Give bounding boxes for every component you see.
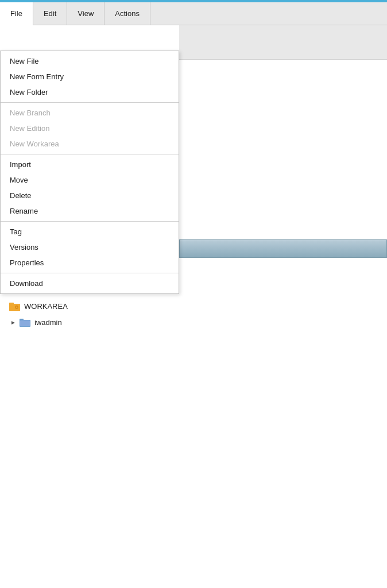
content-bar [179,239,387,258]
tree-panel: New File New Form Entry New Folder New B… [0,25,387,588]
menu-group-branch: New Branch New Edition New Workarea [1,103,179,154]
menu-item-versions[interactable]: Versions [1,239,179,255]
menu-group-file-ops: Import Move Delete Rename [1,154,179,222]
file-dropdown-menu: New File New Form Entry New Folder New B… [0,51,179,294]
menu-item-new-folder[interactable]: New Folder [1,84,179,100]
menu-item-new-file[interactable]: New File [1,53,179,69]
workarea-icon [9,300,21,312]
svg-point-3 [16,307,18,308]
menu-group-meta: Tag Versions Properties [1,222,179,273]
tree-item-workarea[interactable]: WORKAREA [0,298,77,314]
svg-rect-1 [9,303,14,305]
folder-blue-icon [20,316,31,328]
menu-item-delete[interactable]: Delete [1,188,179,203]
menu-item-new-form-entry[interactable]: New Form Entry [1,69,179,84]
menu-item-new-workarea: New Workarea [1,136,179,152]
tab-actions-label: Actions [115,9,140,18]
menu-item-properties[interactable]: Properties [1,255,179,270]
expand-arrow-icon[interactable]: ► [9,318,17,326]
menu-item-tag[interactable]: Tag [1,224,179,239]
menu-item-rename[interactable]: Rename [1,203,179,219]
menu-item-download[interactable]: Download [1,276,179,291]
tree-workarea-label: WORKAREA [24,302,68,311]
tab-view[interactable]: View [67,2,105,25]
content-header [179,25,387,60]
menu-group-new: New File New Form Entry New Folder [1,51,179,103]
tab-edit-label: Edit [44,9,56,18]
menu-group-download: Download [1,273,179,293]
svg-rect-6 [20,320,30,326]
tree-container: WORKAREA ► iwadmin [0,292,77,336]
tree-iwadmin-label: iwadmin [34,318,62,327]
tab-view-label: View [78,9,94,18]
menu-item-move[interactable]: Move [1,172,179,188]
menu-bar: File Edit View Actions [0,2,387,25]
menu-item-import[interactable]: Import [1,157,179,172]
main-content: New File New Form Entry New Folder New B… [0,25,387,588]
menu-item-new-edition: New Edition [1,121,179,136]
tab-file-label: File [10,9,22,18]
menu-item-new-branch: New Branch [1,105,179,121]
tab-edit[interactable]: Edit [33,2,67,25]
tab-actions[interactable]: Actions [105,2,150,25]
tree-item-iwadmin[interactable]: ► iwadmin [0,314,77,330]
tab-file[interactable]: File [0,2,33,25]
